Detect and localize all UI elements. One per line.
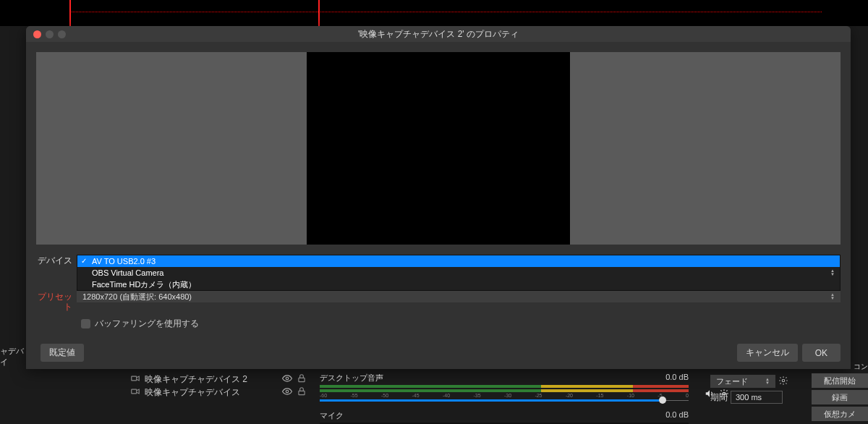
chevron-updown-icon: ▲▼ [762,375,773,388]
playhead-marker [318,0,320,26]
source-row[interactable]: 映像キャプチャデバイス 2 [127,373,312,386]
dialog-title-bar: '映像キャプチャデバイス 2' のプロパティ [26,26,851,42]
svg-point-7 [782,379,785,382]
properties-form: デバイス ✓ AV TO USB2.0 #3 OBS Virtual Camer… [26,245,851,330]
preset-row: プリセット 1280x720 (自動選択: 640x480) ▲▼ [36,291,841,312]
mixer-desktop-audio: デスクトップ音声 0.0 dB -60-55-50-45-40-35-30-25… [320,373,689,402]
properties-dialog: '映像キャプチャデバイス 2' のプロパティ デバイス ✓ AV TO USB2… [26,26,851,369]
video-preview [307,52,570,245]
device-option[interactable]: ✓ AV TO USB2.0 #3 [77,255,840,267]
device-option-label: OBS Virtual Camera [92,268,163,277]
device-option-label: FaceTime HDカメラ（内蔵） [92,280,196,289]
preview-background [36,52,841,245]
mixer-db-value: 0.0 dB [665,373,689,383]
start-stream-button[interactable]: 配信開始 [812,373,868,388]
device-row: デバイス ✓ AV TO USB2.0 #3 OBS Virtual Camer… [36,255,841,291]
duration-input[interactable] [731,391,783,404]
window-traffic-lights [26,30,66,38]
dialog-button-bar: 既定値 キャンセル OK [36,344,841,362]
svg-rect-0 [132,376,137,381]
buffering-label: バッファリングを使用する [95,318,199,330]
audio-meter [320,385,689,388]
background-canvas [0,0,868,26]
mixer-source-label: デスクトップ音声 [320,373,383,383]
lock-icon[interactable] [297,386,307,398]
source-name: 映像キャプチャデバイス [145,386,240,399]
device-option[interactable]: OBS Virtual Camera [77,267,840,279]
preset-select[interactable]: 1280x720 (自動選択: 640x480) ▲▼ [77,291,841,302]
sources-panel: 映像キャプチャデバイス 2 映像キャプチャデバイス [127,373,312,399]
svg-point-4 [286,390,289,393]
dialog-title: '映像キャプチャデバイス 2' のプロパティ [26,28,851,41]
ok-button[interactable]: OK [802,344,841,362]
device-dropdown[interactable]: ✓ AV TO USB2.0 #3 OBS Virtual Camera Fac… [77,255,841,291]
minimize-icon [46,30,54,38]
transition-type: フェード [716,376,748,387]
preset-value: 1280x720 (自動選択: 640x480) [82,292,192,302]
meter-ticks: -60-55-50-45-40-35-30-25-20-15-10-50 [320,393,689,398]
buffering-checkbox[interactable] [81,319,90,328]
chevron-updown-icon: ▲▼ [827,291,838,302]
check-icon: ✓ [81,256,87,266]
mixer-mic: マイク 0.0 dB [320,410,689,424]
device-label: デバイス [36,255,77,266]
defaults-button[interactable]: 既定値 [41,344,84,362]
slider-knob[interactable] [659,397,666,404]
maximize-icon [58,30,66,38]
virtual-cam-button[interactable]: 仮想カメ [812,407,868,421]
mixer-source-label: マイク [320,410,344,421]
buffering-row: バッファリングを使用する [36,318,841,330]
source-name: 映像キャプチャデバイス 2 [145,373,247,386]
bbox-outline [69,12,822,12]
volume-slider[interactable] [320,399,689,402]
cancel-button[interactable]: キャンセル [737,344,798,362]
audio-meter [320,389,689,392]
close-icon[interactable] [33,30,41,38]
visibility-icon[interactable] [282,373,292,385]
edge-marker [69,0,71,26]
svg-rect-2 [299,378,305,381]
visibility-icon[interactable] [282,386,292,398]
mixer-db-value: 0.0 dB [665,410,689,421]
device-options-list: ✓ AV TO USB2.0 #3 OBS Virtual Camera Fac… [77,255,841,291]
gear-icon[interactable] [778,376,788,388]
preview-area [26,42,851,245]
duration-label: 期間 [710,391,728,404]
left-panel-truncated: ャデバイ [0,346,26,368]
camera-icon [130,373,140,386]
transition-panel: フェード ▲▼ 期間 [710,373,801,405]
lock-icon[interactable] [297,373,307,385]
transition-select[interactable]: フェード ▲▼ [710,375,775,388]
source-row[interactable]: 映像キャプチャデバイス [127,386,312,399]
svg-rect-5 [299,391,305,394]
control-buttons: 配信開始 録画 仮想カメ [812,373,868,423]
svg-rect-3 [132,389,137,394]
chevron-updown-icon: ▲▼ [827,256,838,289]
preset-label: プリセット [36,291,77,312]
start-record-button[interactable]: 録画 [812,390,868,404]
svg-point-1 [286,377,289,380]
camera-icon [130,386,140,399]
device-option[interactable]: FaceTime HDカメラ（内蔵） [77,279,840,290]
device-option-label: AV TO USB2.0 #3 [92,257,156,266]
right-truncated: コン [854,362,868,372]
audio-mixer: デスクトップ音声 0.0 dB -60-55-50-45-40-35-30-25… [320,373,689,424]
